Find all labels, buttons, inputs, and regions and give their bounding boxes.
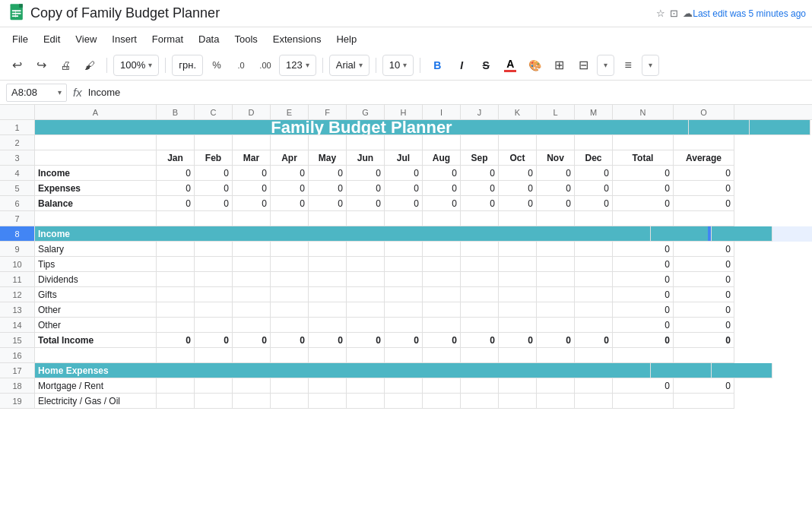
row4-e[interactable]: 0 <box>271 166 309 181</box>
menu-data[interactable]: Data <box>192 30 225 48</box>
row7-k[interactable] <box>499 211 537 226</box>
row12-m[interactable] <box>575 287 613 302</box>
row16-m[interactable] <box>575 348 613 363</box>
row12-l[interactable] <box>537 287 575 302</box>
row19-n[interactable] <box>613 394 674 409</box>
menu-extensions[interactable]: Extensions <box>267 30 328 48</box>
row2-o[interactable] <box>674 135 734 150</box>
title-n[interactable] <box>689 120 750 135</box>
row7-m[interactable] <box>575 211 613 226</box>
row13-c[interactable] <box>195 302 233 318</box>
col-header-l[interactable]: L <box>537 105 575 119</box>
row19-l[interactable] <box>537 394 575 409</box>
row4-c[interactable]: 0 <box>195 166 233 181</box>
row5-label[interactable]: Expenses <box>35 181 157 196</box>
row16-h[interactable] <box>385 348 423 363</box>
row6-d[interactable]: 0 <box>233 196 271 211</box>
row6-m[interactable]: 0 <box>575 196 613 211</box>
row2-k[interactable] <box>499 135 537 150</box>
underline-color-button[interactable]: A <box>500 55 521 76</box>
row14-c[interactable] <box>195 318 233 333</box>
row12-c[interactable] <box>195 287 233 302</box>
row9-m[interactable] <box>575 242 613 257</box>
row10-f[interactable] <box>309 257 347 272</box>
row12-b[interactable] <box>157 287 195 302</box>
col-header-k[interactable]: K <box>499 105 537 119</box>
row4-b[interactable]: 0 <box>157 166 195 181</box>
col-header-a[interactable]: A <box>35 105 157 119</box>
row6-c[interactable]: 0 <box>195 196 233 211</box>
row15-label[interactable]: Total Income <box>35 333 157 348</box>
row13-i[interactable] <box>423 302 461 318</box>
row3-total[interactable]: Total <box>613 150 674 166</box>
borders-button[interactable]: ⊞ <box>548 55 569 76</box>
row12-f[interactable] <box>309 287 347 302</box>
row16-k[interactable] <box>499 348 537 363</box>
row16-o[interactable] <box>674 348 734 363</box>
row2-j[interactable] <box>461 135 499 150</box>
row6-o[interactable]: 0 <box>674 196 734 211</box>
row9-k[interactable] <box>499 242 537 257</box>
row13-n[interactable]: 0 <box>613 302 674 318</box>
row11-g[interactable] <box>347 272 385 287</box>
row6-f[interactable]: 0 <box>309 196 347 211</box>
title-cell[interactable]: Family Budget Planner <box>35 120 689 135</box>
print-button[interactable]: 🖨 <box>55 55 76 76</box>
row13-m[interactable] <box>575 302 613 318</box>
row13-o[interactable]: 0 <box>674 302 734 318</box>
row9-d[interactable] <box>233 242 271 257</box>
row9-i[interactable] <box>423 242 461 257</box>
row7-o[interactable] <box>674 211 734 226</box>
row14-g[interactable] <box>347 318 385 333</box>
row14-i[interactable] <box>423 318 461 333</box>
row19-h[interactable] <box>385 394 423 409</box>
row12-d[interactable] <box>233 287 271 302</box>
row5-h[interactable]: 0 <box>385 181 423 196</box>
row19-k[interactable] <box>499 394 537 409</box>
col-header-c[interactable]: C <box>195 105 233 119</box>
row7-c[interactable] <box>195 211 233 226</box>
row12-j[interactable] <box>461 287 499 302</box>
cloud-icon[interactable]: ☁ <box>683 8 693 19</box>
col-header-h[interactable]: H <box>385 105 423 119</box>
row2-i[interactable] <box>423 135 461 150</box>
row13-l[interactable] <box>537 302 575 318</box>
row18-k[interactable] <box>499 378 537 394</box>
row10-l[interactable] <box>537 257 575 272</box>
merge-button[interactable]: ⊟ <box>573 55 594 76</box>
row17-o[interactable] <box>712 363 772 378</box>
merge-dropdown[interactable]: ▾ <box>597 55 614 76</box>
row15-h[interactable]: 0 <box>385 333 423 348</box>
row10-b[interactable] <box>157 257 195 272</box>
row15-o[interactable]: 0 <box>674 333 734 348</box>
row16-j[interactable] <box>461 348 499 363</box>
row15-m[interactable]: 0 <box>575 333 613 348</box>
row5-n[interactable]: 0 <box>613 181 674 196</box>
row11-n[interactable]: 0 <box>613 272 674 287</box>
row7-g[interactable] <box>347 211 385 226</box>
row11-j[interactable] <box>461 272 499 287</box>
bold-button[interactable]: B <box>427 55 448 76</box>
row13-b[interactable] <box>157 302 195 318</box>
row15-g[interactable]: 0 <box>347 333 385 348</box>
row11-h[interactable] <box>385 272 423 287</box>
row11-f[interactable] <box>309 272 347 287</box>
row12-k[interactable] <box>499 287 537 302</box>
row14-label[interactable]: Other <box>35 318 157 333</box>
row3-jun[interactable]: Jun <box>347 150 385 166</box>
percent-button[interactable]: % <box>206 55 227 76</box>
row17-home-expenses[interactable]: Home Expenses <box>35 363 651 378</box>
row11-b[interactable] <box>157 272 195 287</box>
row4-d[interactable]: 0 <box>233 166 271 181</box>
row10-o[interactable]: 0 <box>674 257 734 272</box>
row3-sep[interactable]: Sep <box>461 150 499 166</box>
menu-tools[interactable]: Tools <box>228 30 263 48</box>
row11-o[interactable]: 0 <box>674 272 734 287</box>
row18-d[interactable] <box>233 378 271 394</box>
row7-n[interactable] <box>613 211 674 226</box>
row11-d[interactable] <box>233 272 271 287</box>
row14-e[interactable] <box>271 318 309 333</box>
row5-f[interactable]: 0 <box>309 181 347 196</box>
row16-b[interactable] <box>157 348 195 363</box>
row12-label[interactable]: Gifts <box>35 287 157 302</box>
